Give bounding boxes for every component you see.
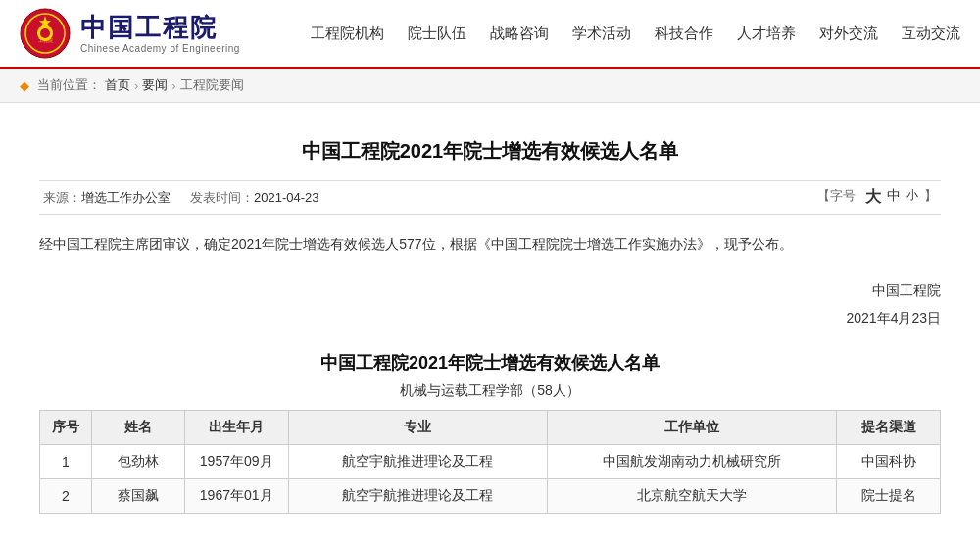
table-row: 1包劲林1957年09月航空宇航推进理论及工程中国航发湖南动力机械研究所中国科协 (40, 445, 941, 479)
svg-text:工程院: 工程院 (38, 37, 53, 43)
list-section-subtitle: 机械与运载工程学部（58人） (39, 382, 941, 400)
nav-item-4[interactable]: 学术活动 (572, 25, 631, 43)
logo-area: 工程院 中国工程院 Chinese Academy of Engineering (20, 8, 240, 59)
font-size-control: 【字号 大 中 小 】 (817, 187, 937, 208)
article-paragraph: 经中国工程院主席团审议，确定2021年院士增选有效候选人577位，根据《中国工程… (39, 232, 941, 257)
breadcrumb-current: 工程院要闻 (180, 76, 244, 94)
col-header-name: 姓名 (91, 411, 184, 445)
location-icon: ◆ (20, 78, 29, 93)
cell-row0-col4: 中国航发湖南动力机械研究所 (547, 445, 837, 479)
main-content: 中国工程院2021年院士增选有效候选人名单 来源：增选工作办公室 发表时间：20… (0, 103, 980, 533)
signature-block: 中国工程院 2021年4月23日 (39, 276, 941, 331)
source-label: 来源：增选工作办公室 (43, 189, 171, 207)
breadcrumb-sep-2: › (172, 78, 175, 93)
breadcrumb-prefix: 当前位置： (37, 76, 101, 94)
logo-chinese: 中国工程院 (80, 13, 240, 43)
col-header-channel: 提名渠道 (837, 411, 941, 445)
cell-row0-col1: 包劲林 (91, 445, 184, 479)
nav-item-5[interactable]: 科技合作 (655, 25, 713, 43)
article-title: 中国工程院2021年院士增选有效候选人名单 (39, 138, 941, 165)
breadcrumb: ◆ 当前位置： 首页 › 要闻 › 工程院要闻 (0, 69, 980, 103)
col-header-birth: 出生年月 (184, 411, 288, 445)
col-header-specialty: 专业 (288, 411, 547, 445)
col-header-seq: 序号 (40, 411, 92, 445)
date-label: 发表时间：2021-04-23 (190, 189, 319, 207)
cell-row0-col0: 1 (40, 445, 92, 479)
cell-row1-col0: 2 (40, 479, 92, 514)
cell-row0-col3: 航空宇航推进理论及工程 (288, 445, 547, 479)
article-body: 经中国工程院主席团审议，确定2021年院士增选有效候选人577位，根据《中国工程… (39, 232, 941, 257)
nav-item-1[interactable]: 工程院机构 (311, 25, 384, 43)
main-nav: 工程院机构 院士队伍 战略咨询 学术活动 科技合作 人才培养 对外交流 互动交流 (279, 25, 960, 43)
table-row: 2蔡国飙1967年01月航空宇航推进理论及工程北京航空航天大学院士提名 (40, 479, 941, 514)
meta-bar: 来源：增选工作办公室 发表时间：2021-04-23 【字号 大 中 小 】 (39, 180, 941, 215)
breadcrumb-home[interactable]: 首页 (105, 76, 130, 94)
font-end: 】 (924, 187, 937, 208)
list-section-title: 中国工程院2021年院士增选有效候选人名单 (39, 351, 941, 375)
nav-item-3[interactable]: 战略咨询 (490, 25, 549, 43)
date-value: 2021-04-23 (254, 190, 319, 205)
breadcrumb-sep-1: › (134, 78, 138, 93)
nav-item-8[interactable]: 互动交流 (902, 25, 960, 43)
breadcrumb-news[interactable]: 要闻 (142, 76, 168, 94)
font-small-btn[interactable]: 小 (906, 187, 918, 208)
logo-emblem: 工程院 (20, 8, 71, 59)
cell-row0-col2: 1957年09月 (184, 445, 288, 479)
cell-row1-col1: 蔡国飙 (91, 479, 184, 514)
logo-english: Chinese Academy of Engineering (80, 43, 240, 54)
col-header-unit: 工作单位 (547, 411, 837, 445)
source-value: 增选工作办公室 (81, 190, 171, 205)
signature-org: 中国工程院 (39, 276, 941, 304)
font-medium-btn[interactable]: 中 (887, 187, 901, 208)
nav-item-2[interactable]: 院士队伍 (408, 25, 466, 43)
cell-row1-col5: 院士提名 (837, 479, 941, 514)
cell-row1-col2: 1967年01月 (184, 479, 288, 514)
signature-date: 2021年4月23日 (39, 304, 941, 331)
meta-left: 来源：增选工作办公室 发表时间：2021-04-23 (43, 189, 319, 207)
table-header-row: 序号 姓名 出生年月 专业 工作单位 提名渠道 (40, 411, 941, 445)
nav-item-6[interactable]: 人才培养 (737, 25, 796, 43)
svg-point-3 (40, 28, 50, 38)
cell-row1-col3: 航空宇航推进理论及工程 (288, 479, 547, 514)
nav-item-7[interactable]: 对外交流 (819, 25, 878, 43)
font-large-btn[interactable]: 大 (865, 187, 881, 208)
site-header: 工程院 中国工程院 Chinese Academy of Engineering… (0, 0, 980, 69)
cell-row1-col4: 北京航空航天大学 (547, 479, 837, 514)
logo-text: 中国工程院 Chinese Academy of Engineering (80, 13, 240, 54)
cell-row0-col5: 中国科协 (837, 445, 941, 479)
candidates-table: 序号 姓名 出生年月 专业 工作单位 提名渠道 1包劲林1957年09月航空宇航… (39, 410, 941, 514)
